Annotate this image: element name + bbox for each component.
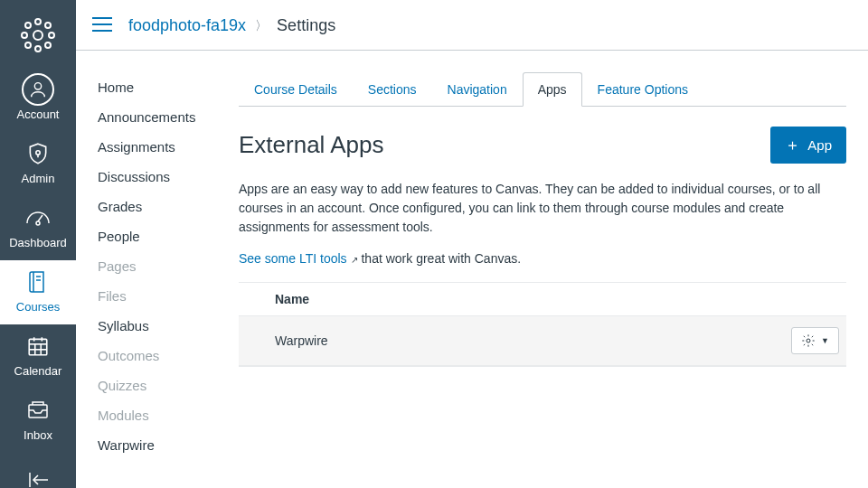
page-content: Course Details Sections Navigation Apps …	[239, 51, 868, 488]
main-area: foodphoto-fa19x 〉 Settings Home Announce…	[76, 0, 868, 488]
nav-label: Admin	[22, 172, 55, 185]
svg-point-6	[45, 23, 51, 28]
nav-account[interactable]: Account	[0, 68, 76, 132]
course-nav-item[interactable]: Assignments	[98, 132, 239, 162]
hamburger-menu-icon[interactable]	[92, 16, 112, 35]
chevron-right-icon: 〉	[255, 18, 268, 34]
svg-point-0	[33, 31, 42, 40]
calendar-icon	[26, 333, 50, 359]
nav-dashboard[interactable]: Dashboard	[0, 196, 76, 260]
course-nav-item[interactable]: Quizzes	[98, 371, 239, 400]
nav-calendar[interactable]: Calendar	[0, 324, 76, 389]
add-app-button-label: App	[807, 137, 832, 153]
settings-tabs: Course Details Sections Navigation Apps …	[239, 72, 846, 107]
course-nav-item[interactable]: Pages	[98, 251, 239, 281]
lti-tools-link[interactable]: See some LTI tools	[239, 251, 347, 266]
svg-point-3	[22, 33, 27, 38]
svg-point-11	[36, 221, 40, 225]
course-nav-item[interactable]: Grades	[98, 192, 239, 221]
global-nav: Account Admin Dashboard Courses	[0, 0, 76, 488]
svg-rect-23	[29, 405, 47, 418]
lti-link-suffix: that work great with Canvas.	[361, 251, 521, 266]
canvas-logo-icon	[19, 16, 57, 57]
svg-point-4	[49, 33, 54, 38]
course-nav-item[interactable]: Home	[98, 72, 239, 102]
course-nav-item[interactable]: Announcements	[98, 102, 239, 132]
breadcrumb-course-link[interactable]: foodphoto-fa19x	[128, 16, 246, 35]
course-nav-item[interactable]: People	[98, 221, 239, 251]
nav-label: Inbox	[24, 428, 52, 442]
app-settings-button[interactable]: ▼	[791, 327, 839, 354]
svg-point-9	[34, 83, 41, 89]
nav-courses[interactable]: Courses	[0, 260, 76, 324]
apps-table: Name Warpwire ▼	[239, 282, 846, 367]
table-header-row: Name	[239, 283, 846, 316]
breadcrumb-current: Settings	[277, 16, 335, 35]
lti-link-line: See some LTI tools↗ that work great with…	[239, 251, 846, 266]
tab-feature-options[interactable]: Feature Options	[582, 72, 703, 107]
tab-course-details[interactable]: Course Details	[239, 72, 353, 107]
nav-label: Account	[17, 108, 60, 121]
collapse-arrow-icon	[26, 467, 50, 488]
table-row: Warpwire ▼	[239, 316, 846, 366]
nav-collapse[interactable]	[0, 458, 76, 488]
course-nav-item[interactable]: Syllabus	[98, 311, 239, 341]
nav-admin[interactable]: Admin	[0, 132, 76, 196]
svg-point-10	[36, 151, 40, 155]
apps-description: Apps are an easy way to add new features…	[239, 180, 846, 237]
svg-point-7	[25, 42, 31, 48]
nav-label: Dashboard	[9, 236, 67, 249]
svg-point-1	[35, 19, 41, 24]
gear-icon	[801, 333, 816, 348]
inbox-icon	[26, 398, 50, 423]
page-title: External Apps	[239, 131, 383, 159]
nav-inbox[interactable]: Inbox	[0, 389, 76, 453]
course-nav-item[interactable]: Files	[98, 281, 239, 311]
course-nav-item[interactable]: Modules	[98, 400, 239, 430]
external-link-icon: ↗	[351, 255, 358, 265]
dashboard-icon	[25, 205, 51, 230]
course-nav: Home Announcements Assignments Discussio…	[76, 51, 239, 488]
nav-label: Courses	[16, 300, 60, 314]
svg-point-8	[45, 42, 51, 48]
column-header-name: Name	[275, 292, 846, 306]
caret-down-icon: ▼	[821, 336, 829, 345]
shield-icon	[26, 141, 50, 166]
app-name-cell: Warpwire	[275, 333, 791, 348]
svg-point-29	[807, 339, 810, 343]
book-icon	[27, 269, 49, 295]
svg-line-12	[38, 215, 42, 221]
course-nav-item[interactable]: Outcomes	[98, 341, 239, 371]
course-nav-item[interactable]: Warpwire	[98, 430, 239, 460]
plus-icon: ＋	[785, 135, 800, 155]
breadcrumb: foodphoto-fa19x 〉 Settings	[128, 16, 335, 35]
topbar: foodphoto-fa19x 〉 Settings	[76, 0, 868, 51]
course-nav-item[interactable]: Discussions	[98, 162, 239, 192]
user-avatar-icon	[22, 77, 54, 102]
svg-point-2	[35, 46, 41, 52]
tab-apps[interactable]: Apps	[523, 72, 582, 107]
svg-point-5	[25, 23, 31, 28]
add-app-button[interactable]: ＋ App	[770, 127, 846, 164]
svg-rect-16	[29, 339, 47, 354]
nav-label: Calendar	[14, 364, 62, 378]
tab-navigation[interactable]: Navigation	[432, 72, 523, 107]
tab-sections[interactable]: Sections	[353, 72, 432, 107]
